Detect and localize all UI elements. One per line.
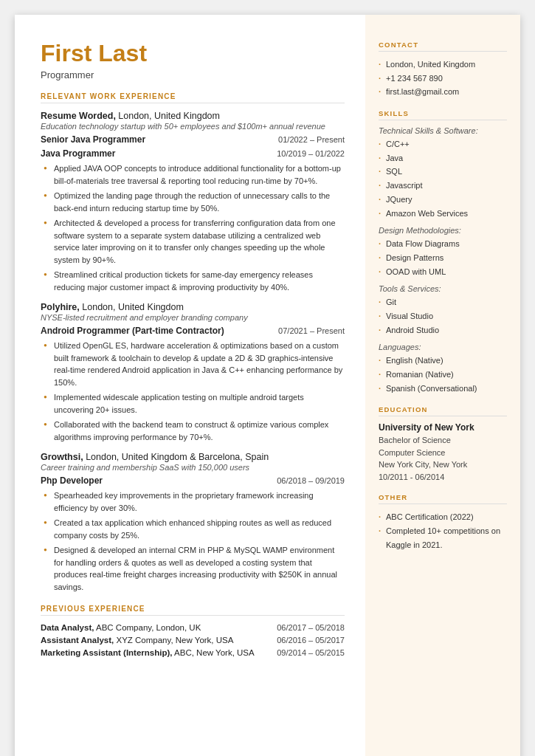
employer-3-job-1-row: Php Developer 06/2018 – 09/2019 (41, 475, 345, 486)
employer-3: Growthsi, London, United Kingdom & Barce… (41, 452, 345, 593)
employer-3-desc: Career training and membership SaaS with… (41, 463, 345, 472)
skill-item: Git (379, 295, 507, 309)
education-section-title: Education (379, 405, 507, 416)
employer-1-desc: Education technology startup with 50+ em… (41, 122, 345, 131)
employer-2-name: Polyhire, London, United Kingdom (41, 302, 345, 312)
employer-1-job-2-dates: 10/2019 – 01/2022 (277, 149, 345, 158)
skill-item: Romanian (Native) (379, 368, 507, 382)
prev-exp-1-dates: 06/2017 – 05/2018 (277, 623, 345, 632)
bullet-item: Utilized OpenGL ES, hardware acceleratio… (44, 340, 345, 388)
contact-item-email: first.last@gmail.com (379, 85, 507, 99)
employer-2-location: London, United Kingdom (82, 302, 184, 312)
contact-item-location: London, United Kingdom (379, 58, 507, 72)
skills-design-subtitle: Design Methodologies: (379, 226, 507, 235)
employer-3-job-1-dates: 06/2018 – 09/2019 (277, 476, 345, 485)
employer-2-bullets: Utilized OpenGL ES, hardware acceleratio… (44, 340, 345, 443)
prev-exp-3-text: Marketing Assistant (Internship), ABC, N… (41, 648, 277, 657)
skill-item: OOAD with UML (379, 265, 507, 279)
employer-2-job-1-title: Android Programmer (Part-time Contractor… (41, 326, 224, 336)
skill-item: Android Studio (379, 323, 507, 337)
skill-item: Amazon Web Services (379, 207, 507, 221)
prev-exp-1-text: Data Analyst, ABC Company, London, UK (41, 623, 277, 632)
skills-section-title: Skills (379, 109, 507, 120)
employer-3-name: Growthsi, London, United Kingdom & Barce… (41, 452, 345, 462)
contact-list: London, United Kingdom +1 234 567 890 fi… (379, 58, 507, 99)
skill-item: Javascript (379, 179, 507, 193)
skills-tools-list: Git Visual Studio Android Studio (379, 295, 507, 337)
prev-exp-2: Assistant Analyst, XYZ Company, New York… (41, 636, 345, 645)
bullet-item: Architected & developed a process for tr… (44, 217, 345, 266)
employer-2-desc: NYSE-listed recruitment and employer bra… (41, 313, 345, 322)
skill-item: Data Flow Diagrams (379, 237, 507, 251)
skills-technical-list: C/C++ Java SQL Javascript JQuery Amazon … (379, 137, 507, 220)
other-item: ABC Certification (2022) (379, 510, 507, 524)
employer-1-job-1-dates: 01/2022 – Present (278, 135, 345, 144)
employer-2: Polyhire, London, United Kingdom NYSE-li… (41, 302, 345, 443)
employer-2-name-bold: Polyhire, (41, 302, 80, 312)
prev-exp-2-text: Assistant Analyst, XYZ Company, New York… (41, 636, 277, 645)
employer-1-name-bold: Resume Worded, (41, 111, 116, 121)
employer-3-location: London, United Kingdom & Barcelona, Spai… (86, 452, 269, 462)
bullet-item: Created a tax application which enhanced… (44, 517, 345, 541)
other-list: ABC Certification (2022) Completed 10+ c… (379, 510, 507, 551)
contact-section-title: Contact (379, 41, 507, 52)
employer-1: Resume Worded, London, United Kingdom Ed… (41, 111, 345, 293)
employer-1-job-2-title: Java Programmer (41, 148, 115, 159)
previous-experience-section-title: Previous Experience (41, 605, 345, 616)
skill-item: Java (379, 151, 507, 165)
employer-1-job-1-title: Senior Java Programmer (41, 134, 145, 145)
skill-item: English (Native) (379, 354, 507, 368)
employer-2-job-1-dates: 07/2021 – Present (278, 326, 345, 335)
skill-item: C/C++ (379, 137, 507, 151)
other-item: Completed 10+ competitions on Kaggle in … (379, 524, 507, 551)
employer-1-job-1-row: Senior Java Programmer 01/2022 – Present (41, 134, 345, 145)
skill-item: Design Patterns (379, 251, 507, 265)
bullet-item: Applied JAVA OOP concepts to introduce a… (44, 162, 345, 187)
bullet-item: Implemented widescale application testin… (44, 391, 345, 416)
left-column: First Last Programmer Relevant Work Expe… (15, 15, 365, 756)
skills-tools-subtitle: Tools & Services: (379, 284, 507, 293)
bullet-item: Optimized the landing page through the r… (44, 190, 345, 214)
employer-1-bullets: Applied JAVA OOP concepts to introduce a… (44, 162, 345, 293)
skill-item: JQuery (379, 193, 507, 207)
work-experience-section-title: Relevant Work Experience (41, 92, 345, 103)
employer-3-job-1-title: Php Developer (41, 475, 103, 486)
skills-design-list: Data Flow Diagrams Design Patterns OOAD … (379, 237, 507, 278)
skills-languages-list: English (Native) Romanian (Native) Spani… (379, 354, 507, 395)
skills-technical-subtitle: Technical Skills & Software: (379, 126, 507, 135)
applicant-name: First Last (41, 41, 345, 66)
prev-exp-3-dates: 09/2014 – 05/2015 (277, 648, 345, 657)
skills-languages-subtitle: Languages: (379, 343, 507, 351)
resume-document: First Last Programmer Relevant Work Expe… (15, 15, 520, 756)
employer-2-job-1-row: Android Programmer (Part-time Contractor… (41, 326, 345, 336)
skill-item: Visual Studio (379, 309, 507, 323)
bullet-item: Spearheaded key improvements in the prop… (44, 489, 345, 514)
skill-item: SQL (379, 165, 507, 179)
edu-degree: Bachelor of Science Computer Science New… (379, 434, 507, 483)
contact-item-phone: +1 234 567 890 (379, 72, 507, 86)
skill-item: Spanish (Conversational) (379, 382, 507, 396)
employer-3-name-bold: Growthsi, (41, 452, 83, 462)
other-section-title: Other (379, 493, 507, 504)
bullet-item: Collaborated with the backend team to co… (44, 419, 345, 443)
prev-exp-2-dates: 06/2016 – 05/2017 (277, 636, 345, 645)
applicant-title: Programmer (41, 69, 345, 80)
bullet-item: Streamlined critical production tickets … (44, 269, 345, 293)
bullet-item: Designed & developed an internal CRM in … (44, 544, 345, 593)
employer-3-bullets: Spearheaded key improvements in the prop… (44, 489, 345, 593)
prev-exp-1: Data Analyst, ABC Company, London, UK 06… (41, 623, 345, 632)
employer-1-job-2-row: Java Programmer 10/2019 – 01/2022 (41, 148, 345, 159)
employer-1-name: Resume Worded, London, United Kingdom (41, 111, 345, 121)
employer-1-location: London, United Kingdom (118, 111, 220, 121)
right-column: Contact London, United Kingdom +1 234 56… (365, 15, 520, 756)
edu-institution: University of New York (379, 422, 507, 433)
prev-exp-3: Marketing Assistant (Internship), ABC, N… (41, 648, 345, 657)
